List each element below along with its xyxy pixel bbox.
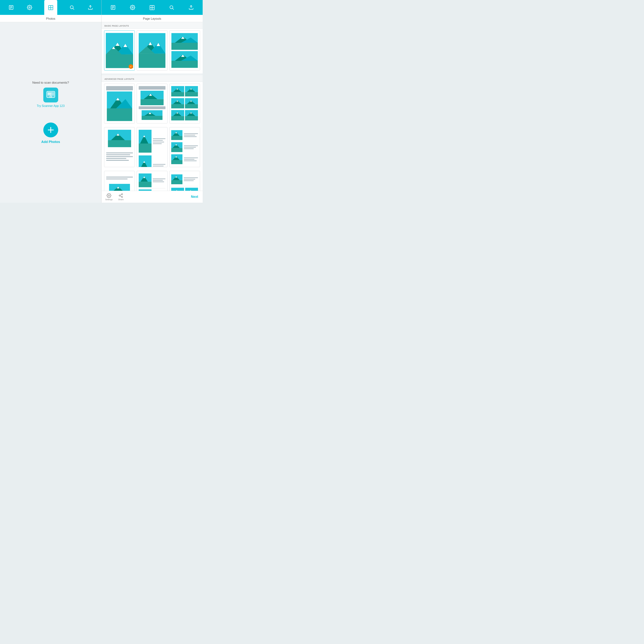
selected-check-badge: ✓ [129,64,133,69]
svg-rect-56 [171,43,198,50]
svg-rect-133 [171,148,182,152]
svg-rect-30 [152,8,154,10]
bottom-settings-button[interactable]: Settings [105,193,113,201]
svg-point-26 [132,7,133,8]
svg-rect-73 [141,99,164,105]
advanced-layouts-grid-3 [102,169,203,191]
layout-basic-1[interactable]: ✓ [104,30,135,70]
layout-basic-3[interactable] [169,30,200,70]
svg-point-19 [50,96,51,97]
layout-adv-3[interactable] [169,84,200,124]
svg-rect-93 [171,104,184,108]
nav-photos-icon-active[interactable] [44,0,57,15]
layout-adv-9[interactable] [169,171,200,191]
right-panel: Page Layouts BASIC PAGE LAYOUTS [101,0,203,203]
svg-point-172 [122,196,123,198]
right-nav-upload-icon[interactable] [187,4,195,11]
scanner-icon-wrapper [43,88,58,102]
basic-layouts-grid: ✓ [102,29,203,72]
bottom-share-button[interactable]: Share [118,193,124,201]
svg-rect-27 [150,6,152,8]
left-page-title: Photos [0,15,101,22]
svg-rect-88 [185,92,198,96]
svg-rect-28 [152,6,154,8]
svg-point-171 [119,195,120,196]
svg-rect-113 [108,140,131,147]
svg-rect-8 [51,8,53,10]
nav-documents-icon[interactable] [7,4,15,11]
layouts-scroll-area[interactable]: BASIC PAGE LAYOUTS [102,22,203,191]
layout-adv-5[interactable] [137,127,167,167]
right-nav-search-icon[interactable] [168,4,175,11]
svg-rect-158 [171,180,182,184]
svg-rect-165 [185,188,198,191]
left-top-nav [0,0,101,15]
basic-section-header: BASIC PAGE LAYOUTS [102,22,203,28]
svg-rect-83 [171,92,184,96]
add-photos-button[interactable] [43,123,58,137]
svg-rect-50 [139,54,165,68]
svg-point-169 [108,195,110,196]
svg-rect-148 [139,182,152,187]
settings-label: Settings [105,198,113,201]
layout-adv-2[interactable] [137,84,167,124]
left-main-content: Need to scan documents? Try Scanner App … [0,22,101,203]
svg-point-31 [170,6,173,9]
svg-rect-5 [49,6,51,8]
share-label: Share [118,198,124,201]
svg-line-174 [120,194,122,195]
layout-adv-4[interactable] [104,127,135,167]
add-photos-label: Add Photos [41,140,60,144]
svg-rect-150 [139,189,152,191]
layout-adv-1[interactable] [104,84,135,124]
svg-rect-29 [150,8,152,10]
bottom-bar: Settings Share Next [102,191,203,203]
section-gap-1 [102,73,203,75]
svg-rect-68 [107,108,132,121]
try-scanner-link[interactable]: Try Scanner App 123 [37,104,65,108]
svg-rect-108 [185,116,198,120]
layout-adv-8[interactable] [137,171,167,191]
right-nav-settings-icon[interactable] [129,4,136,11]
svg-rect-128 [171,136,182,140]
svg-line-32 [173,8,174,9]
advanced-layouts-grid-1 [102,82,203,125]
svg-rect-7 [49,8,51,10]
nav-search-icon[interactable] [68,4,76,11]
right-page-title: Page Layouts [102,15,203,22]
advanced-layouts-section: ADVANCED PAGE LAYOUTS [102,75,203,191]
right-nav-documents-icon[interactable] [109,4,117,11]
svg-line-173 [120,196,122,197]
svg-rect-98 [185,104,198,108]
svg-rect-6 [51,6,53,8]
left-panel: Photos Need to scan documents? Try Scann… [0,0,101,203]
svg-rect-62 [171,61,198,68]
advanced-section-header: ADVANCED PAGE LAYOUTS [102,75,203,82]
advanced-layouts-grid-2 [102,125,203,169]
svg-point-4 [29,7,30,8]
svg-rect-118 [139,144,152,153]
nav-upload-icon[interactable] [87,4,94,11]
layout-basic-2[interactable] [137,30,167,70]
scan-prompt-text: Need to scan documents? [32,81,69,85]
layout-adv-7[interactable] [104,171,135,191]
nav-settings-icon[interactable] [26,4,33,11]
bottom-bar-left: Settings Share [105,193,190,201]
svg-rect-78 [142,116,162,120]
basic-layouts-section: BASIC PAGE LAYOUTS [102,22,203,73]
svg-rect-138 [171,160,182,164]
svg-point-9 [70,6,73,9]
svg-line-10 [73,8,74,9]
svg-rect-103 [171,116,184,120]
right-nav-photos-icon[interactable] [148,4,156,11]
next-button[interactable]: Next [190,193,199,200]
svg-point-170 [122,194,123,195]
right-top-nav [102,0,203,15]
layout-adv-6[interactable] [169,127,200,167]
svg-rect-160 [171,188,184,191]
